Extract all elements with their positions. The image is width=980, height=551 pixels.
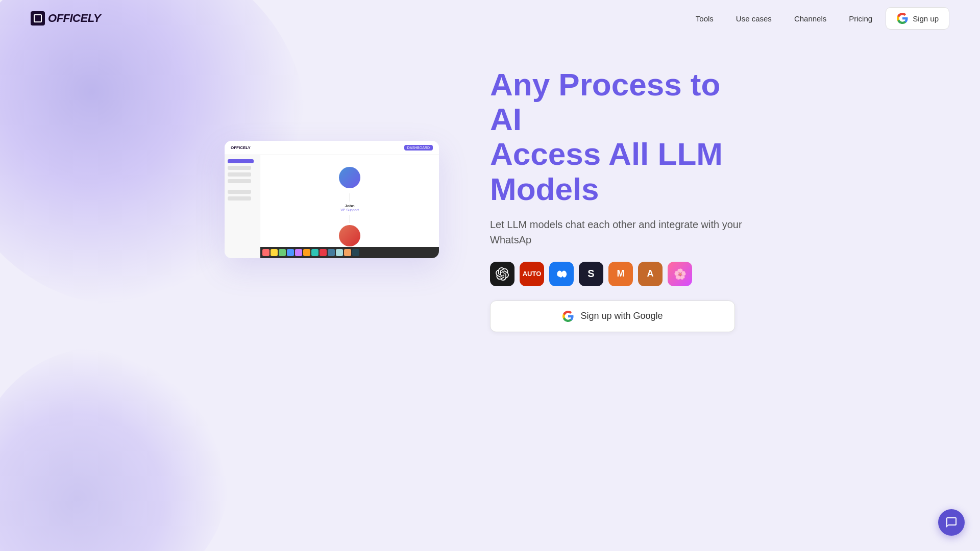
taskbar-icon-10 (336, 249, 343, 256)
logo-o: O (48, 12, 57, 24)
ai-icon-chatgpt (490, 262, 514, 286)
m-label: M (617, 268, 625, 279)
sidebar-item-1 (228, 159, 254, 163)
sidebar-item-5 (228, 190, 251, 194)
logo[interactable]: OFFICELY (31, 11, 101, 26)
pink-label: 🌸 (674, 268, 687, 280)
mockup-user-name: John (340, 204, 359, 208)
taskbar-icon-2 (271, 249, 278, 256)
spade-label: S (587, 268, 594, 280)
signup-google-label: Sign up with Google (580, 311, 663, 321)
nav-signup-button[interactable]: Sign up (886, 7, 949, 30)
mockup-logo: OFFICELY (231, 145, 251, 150)
signup-google-button[interactable]: Sign up with Google (490, 300, 735, 332)
nav-signup-label: Sign up (913, 14, 939, 23)
taskbar-icon-11 (344, 249, 351, 256)
mockup-badge: DASHBOARD (404, 145, 433, 151)
taskbar-icon-8 (320, 249, 327, 256)
auto-label: AUTO (523, 270, 542, 278)
meta-svg (555, 267, 568, 281)
ai-icon-spade: S (579, 262, 603, 286)
mockup-topbar: OFFICELY DASHBOARD (225, 141, 439, 155)
taskbar-icon-1 (262, 249, 270, 256)
taskbar-icon-6 (303, 249, 310, 256)
mockup-taskbar (260, 247, 439, 258)
sidebar-item-4 (228, 179, 251, 183)
taskbar-icon-7 (311, 249, 318, 256)
sidebar-item-6 (228, 196, 251, 201)
nav-channels[interactable]: Channels (785, 10, 836, 27)
mockup-sidebar (225, 155, 260, 258)
anthropic-label: A (647, 268, 654, 279)
hero-title-line1: Any Process to AI (490, 67, 720, 137)
nav-use-cases[interactable]: Use cases (727, 10, 781, 27)
hero-content: Any Process to AI Access All LLM Models … (490, 67, 755, 332)
taskbar-icon-12 (352, 249, 359, 256)
mockup-avatar-top (339, 167, 360, 188)
nav-links: Tools Use cases Channels Pricing Sign up (687, 7, 949, 30)
hero-subtitle: Let LLM models chat each other and integ… (490, 217, 755, 247)
ai-icon-meta (549, 262, 574, 286)
mockup-body: John VP Support (225, 155, 439, 258)
logo-icon-inner (34, 14, 42, 22)
taskbar-icon-5 (295, 249, 302, 256)
google-icon-signup (562, 310, 574, 322)
hero-title: Any Process to AI Access All LLM Models (490, 67, 755, 207)
chat-bubble-icon (945, 516, 958, 529)
ai-icon-auto: AUTO (520, 262, 544, 286)
ai-icon-anthropic: A (638, 262, 663, 286)
hero-title-line2: Access All LLM Models (490, 136, 723, 206)
logo-icon (31, 11, 45, 26)
chat-support-bubble[interactable] (938, 509, 965, 536)
navbar: OFFICELY Tools Use cases Channels Pricin… (0, 0, 980, 37)
taskbar-icon-9 (328, 249, 335, 256)
mockup-main-area: John VP Support (260, 155, 439, 258)
mockup-user-role: VP Support (340, 208, 359, 212)
nav-tools[interactable]: Tools (687, 10, 723, 27)
ai-icons-row: AUTO S M A 🌸 (490, 262, 755, 286)
taskbar-icon-3 (279, 249, 286, 256)
nav-pricing[interactable]: Pricing (840, 10, 881, 27)
hero-section: OFFICELY DASHBOARD John VP Support (0, 67, 980, 332)
mockup-connector-2 (350, 215, 350, 223)
sidebar-item-3 (228, 172, 251, 177)
sidebar-item-2 (228, 166, 251, 170)
ai-icon-pink: 🌸 (668, 262, 692, 286)
chatgpt-svg (496, 267, 509, 281)
mockup-avatar-bottom (339, 225, 360, 246)
bg-blob-bottomleft (0, 347, 230, 551)
app-mockup: OFFICELY DASHBOARD John VP Support (225, 141, 439, 258)
logo-rest: FFICELY (57, 12, 101, 24)
ai-icon-m: M (608, 262, 633, 286)
logo-text: OFFICELY (48, 12, 101, 25)
google-icon (896, 12, 909, 24)
mockup-connector (350, 193, 350, 202)
taskbar-icon-4 (287, 249, 294, 256)
